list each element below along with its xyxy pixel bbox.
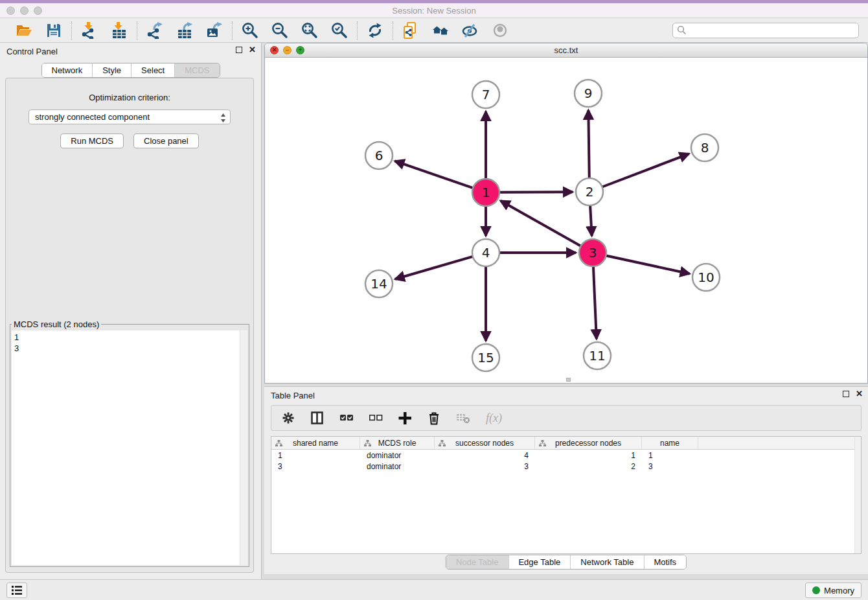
edge-2-8[interactable]	[602, 154, 689, 187]
mcds-result-textarea[interactable]: 1 3	[12, 330, 247, 565]
tab-motifs[interactable]: Motifs	[643, 555, 686, 569]
hide-selected-button[interactable]	[461, 21, 479, 40]
column-header-MCDS-role[interactable]: MCDS role	[360, 437, 435, 449]
criterion-select[interactable]: strongly connected component	[29, 110, 231, 124]
edge-1-6[interactable]	[395, 161, 474, 188]
search-input[interactable]	[687, 24, 854, 37]
cell-successor-nodes[interactable]: 3	[435, 462, 535, 471]
node-label-6: 6	[375, 148, 383, 163]
zoom-out-button[interactable]	[271, 21, 289, 40]
cell-predecessor-nodes[interactable]: 2	[535, 462, 642, 471]
node-2[interactable]: 2	[576, 178, 603, 205]
memory-button[interactable]: Memory	[805, 583, 862, 598]
tab-node-table[interactable]: Node Table	[446, 555, 508, 569]
table-scrollbar[interactable]	[854, 437, 861, 553]
show-column-button[interactable]	[311, 411, 325, 425]
tab-network[interactable]: Network	[41, 63, 92, 77]
memory-status-dot	[812, 586, 820, 594]
select-all-columns-button[interactable]	[340, 411, 354, 425]
column-header-predecessor-nodes[interactable]: predecessor nodes	[535, 437, 642, 449]
edge-1-2[interactable]	[499, 192, 573, 192]
table-panel: Table Panel ✕ f(x) shared nameMCDS roles…	[264, 386, 868, 574]
network-resize-handle[interactable]	[566, 378, 571, 382]
edge-3-11[interactable]	[593, 266, 597, 339]
node-14[interactable]: 14	[365, 270, 393, 297]
cell-name[interactable]: 3	[642, 462, 698, 471]
node-1[interactable]: 1	[472, 179, 499, 206]
node-15[interactable]: 15	[472, 344, 499, 371]
optimization-criterion-label: Optimization criterion:	[6, 93, 253, 102]
edge-2-3[interactable]	[590, 205, 592, 236]
zoom-in-button[interactable]	[241, 21, 259, 40]
close-table-panel-icon[interactable]: ✕	[856, 391, 863, 397]
float-table-panel-icon[interactable]	[843, 391, 849, 397]
node-label-10: 10	[698, 270, 714, 285]
export-network-button[interactable]	[146, 21, 164, 40]
network-graph[interactable]: 7968124314101511	[265, 58, 867, 383]
create-column-button[interactable]	[398, 411, 412, 425]
mcds-result-lines: 1 3	[12, 330, 247, 355]
table-row-2[interactable]: 3dominator323	[271, 461, 861, 472]
network-canvas[interactable]: 7968124314101511	[265, 58, 867, 383]
tab-network-table[interactable]: Network Table	[570, 555, 643, 569]
import-table-button[interactable]	[110, 21, 128, 40]
node-6[interactable]: 6	[365, 142, 393, 169]
column-header-shared-name[interactable]: shared name	[271, 437, 360, 449]
zoom-selected-button[interactable]	[330, 21, 348, 40]
cell-predecessor-nodes[interactable]: 1	[535, 451, 642, 460]
node-10[interactable]: 10	[692, 264, 720, 291]
mcds-panel: Optimization criterion: strongly connect…	[5, 78, 254, 573]
open-file-button[interactable]	[15, 21, 33, 40]
result-scrollbar[interactable]	[240, 330, 247, 565]
tab-mcds[interactable]: MCDS	[174, 63, 219, 77]
close-panel-icon[interactable]: ✕	[249, 47, 256, 53]
column-header-name[interactable]: name	[642, 437, 698, 449]
edge-3-10[interactable]	[606, 255, 690, 273]
node-3[interactable]: 3	[579, 239, 606, 266]
table-panel-title: Table Panel	[271, 391, 315, 400]
node-label-1: 1	[482, 185, 490, 200]
task-history-button[interactable]	[6, 583, 27, 598]
column-header-successor-nodes[interactable]: successor nodes	[435, 437, 535, 449]
clone-network-button[interactable]	[402, 21, 420, 40]
network-window-titlebar[interactable]: ✕ – + scc.txt	[265, 43, 867, 58]
cell-successor-nodes[interactable]: 4	[435, 451, 535, 460]
run-mcds-button[interactable]: Run MCDS	[60, 133, 124, 148]
edge-4-14[interactable]	[395, 257, 473, 279]
cell-name[interactable]: 1	[642, 451, 698, 460]
tab-edge-table[interactable]: Edge Table	[508, 555, 570, 569]
unselect-all-columns-button[interactable]	[369, 411, 383, 425]
show-all-button	[491, 21, 509, 40]
close-panel-button[interactable]: Close panel	[133, 133, 199, 148]
cell-MCDS-role[interactable]: dominator	[360, 451, 435, 460]
save-session-button[interactable]	[45, 21, 63, 40]
cell-shared-name[interactable]: 3	[271, 462, 360, 471]
delete-column-button[interactable]	[428, 411, 441, 425]
node-4[interactable]: 4	[472, 239, 499, 266]
export-image-button[interactable]	[205, 21, 223, 40]
export-table-button[interactable]	[176, 21, 194, 40]
tab-select[interactable]: Select	[131, 63, 174, 77]
node-11[interactable]: 11	[584, 342, 611, 369]
control-panel-header: Control Panel ✕	[0, 43, 261, 60]
cell-MCDS-role[interactable]: dominator	[360, 462, 435, 471]
cell-shared-name[interactable]: 1	[271, 451, 360, 460]
import-network-button[interactable]	[80, 21, 98, 40]
float-panel-icon[interactable]	[236, 47, 242, 53]
memory-label: Memory	[824, 586, 854, 595]
zoom-fit-button[interactable]	[301, 21, 319, 40]
edge-2-9[interactable]	[588, 110, 589, 178]
mcds-result-title: MCDS result (2 nodes)	[12, 319, 101, 329]
node-8[interactable]: 8	[691, 134, 718, 161]
tab-style[interactable]: Style	[92, 63, 131, 77]
apply-layout-button[interactable]	[366, 21, 384, 40]
first-neighbors-button[interactable]	[431, 21, 450, 40]
edge-3-1[interactable]	[501, 201, 581, 246]
node-label-8: 8	[701, 140, 709, 156]
node-9[interactable]: 9	[575, 80, 602, 107]
node-label-15: 15	[477, 350, 494, 365]
node-7[interactable]: 7	[472, 81, 499, 108]
search-box	[672, 23, 859, 38]
table-row-1[interactable]: 1dominator411	[271, 450, 861, 461]
table-settings-button[interactable]	[282, 411, 295, 425]
